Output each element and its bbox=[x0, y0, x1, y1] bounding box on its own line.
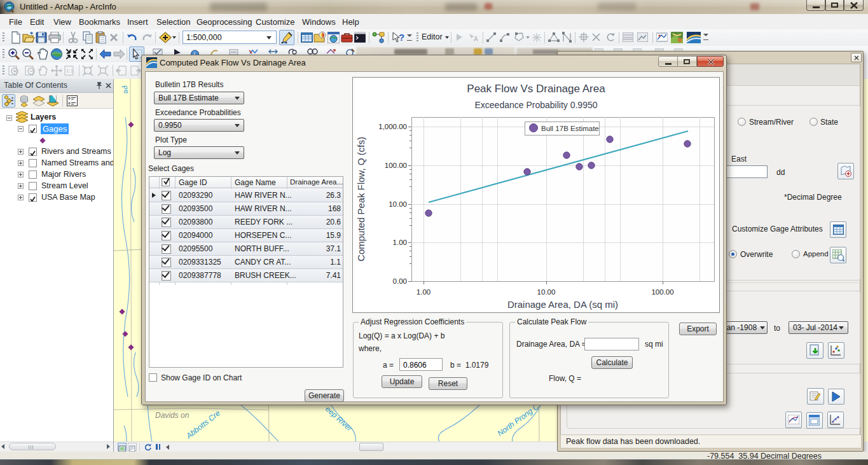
svg-text:100.00: 100.00 bbox=[385, 162, 407, 169]
svg-text:Bull 17B Estimate: Bull 17B Estimate bbox=[541, 125, 599, 132]
svg-text:1:1: 1:1 bbox=[66, 68, 74, 74]
svg-text:10.00: 10.00 bbox=[389, 200, 407, 208]
svg-text:Abbotts Cre: Abbotts Cre bbox=[184, 408, 222, 441]
svg-text:Exceedance Probability 0.9950: Exceedance Probability 0.9950 bbox=[474, 100, 597, 110]
svg-text:1.00: 1.00 bbox=[417, 288, 431, 296]
svg-text:Peak Flow Vs Drainage Area: Peak Flow Vs Drainage Area bbox=[467, 83, 605, 95]
svg-text:North Prong C: North Prong C bbox=[496, 402, 541, 438]
svg-text:Drainage Area, DA (sq mi): Drainage Area, DA (sq mi) bbox=[507, 299, 618, 310]
svg-text:100.00: 100.00 bbox=[651, 288, 673, 296]
svg-text:1,000.00: 1,000.00 bbox=[378, 123, 407, 130]
svg-text:Computed Peak Flow, Q (cfs): Computed Peak Flow, Q (cfs) bbox=[355, 137, 366, 261]
svg-text:10.00: 10.00 bbox=[537, 288, 556, 296]
svg-text:0.00: 0.00 bbox=[393, 277, 407, 285]
svg-text:A: A bbox=[474, 36, 478, 42]
svg-text:?: ? bbox=[399, 32, 404, 43]
svg-text:Pe: Pe bbox=[120, 84, 131, 95]
svg-text:1.00: 1.00 bbox=[393, 239, 407, 246]
svg-text:Davids on: Davids on bbox=[155, 411, 189, 420]
svg-text:eep River: eep River bbox=[324, 405, 354, 433]
